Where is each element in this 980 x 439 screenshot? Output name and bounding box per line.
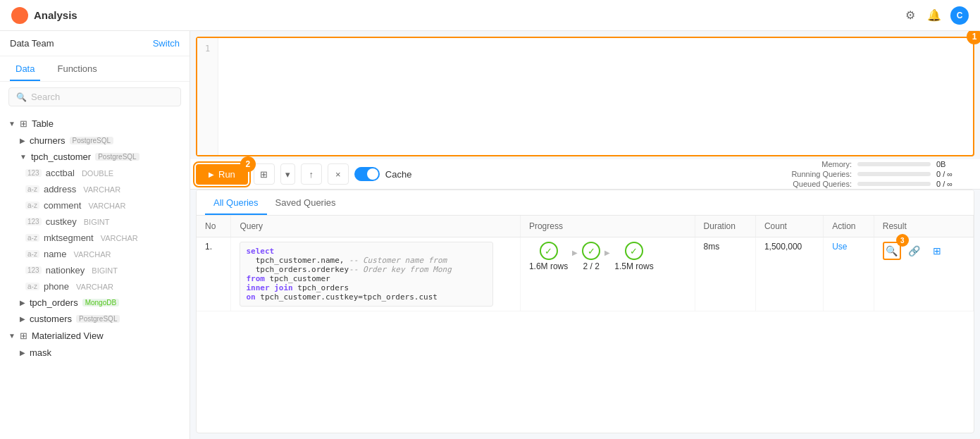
running-value: 0 / ∞ <box>936 170 972 178</box>
tree-item-mask[interactable]: ▶ mask <box>0 345 190 361</box>
field-name: comment <box>44 200 81 211</box>
tree-item-tpch-customer[interactable]: ▼ tpch_customer PostgreSQL <box>0 149 190 165</box>
field-type-icon: a-z <box>25 283 39 290</box>
editor-content[interactable] <box>197 38 973 151</box>
switch-button[interactable]: Switch <box>153 38 180 49</box>
churners-label: churners <box>30 135 66 146</box>
table-arrow-icon: ▼ <box>8 120 15 128</box>
field-type-icon: a-z <box>25 250 39 258</box>
col-query: Query <box>231 216 521 237</box>
memory-stat: Memory: 0B <box>774 160 972 168</box>
tab-data[interactable]: Data <box>10 56 40 81</box>
use-link[interactable]: Use <box>832 242 847 252</box>
field-nationkey: 123 nationkey BIGINT <box>0 262 190 278</box>
tpch-orders-label: tpch_orders <box>30 297 78 308</box>
row-count: 1,500,000 <box>755 237 823 311</box>
row-result: 🔍 3 🔗 ⊞ <box>874 237 973 311</box>
close-btn[interactable]: × <box>328 163 349 185</box>
field-dtype: BIGINT <box>92 266 118 275</box>
customers-badge: PostgreSQL <box>76 315 120 323</box>
progress-steps: ✓ 1.6M rows ▶ ✓ 2 / 2 ▶ <box>529 242 686 271</box>
mat-view-arrow-icon: ▼ <box>8 332 15 340</box>
toolbar: ▶ Run 2 ⊞ ▾ ↑ × Cache Memory: 0B <box>190 159 980 190</box>
col-count: Count <box>755 216 823 237</box>
col-progress: Progress <box>520 216 695 237</box>
col-result: Result <box>874 216 973 237</box>
editor-container: 1 1 <box>196 37 974 156</box>
toolbar-stats: Memory: 0B Running Queries: 0 / ∞ Queued… <box>774 160 972 188</box>
materialized-view-label: Materialized View <box>32 330 104 341</box>
line-numbers: 1 <box>197 38 218 155</box>
app-header: Analysis ⚙ 🔔 C <box>0 0 980 31</box>
field-acctbal: 123 acctbal DOUBLE <box>0 165 190 181</box>
field-type-icon: 123 <box>25 266 42 274</box>
cache-toggle-switch[interactable] <box>354 167 380 181</box>
main-layout: Data Team Switch Data Functions 🔍 ▼ ⊞ Ta… <box>0 31 980 439</box>
row-action[interactable]: Use <box>824 237 874 311</box>
queued-label: Queued Queries: <box>774 180 852 188</box>
dropdown-btn[interactable]: ▾ <box>280 163 295 185</box>
result-table-button[interactable]: ⊞ <box>928 242 946 260</box>
tpch-customer-label: tpch_customer <box>31 152 91 162</box>
results-tabs: All Queries Saved Queries <box>197 190 974 216</box>
download-btn[interactable]: ↑ <box>301 163 322 185</box>
step-badge-2: 2 <box>240 156 256 172</box>
progress-label-3: 1.5M rows <box>614 261 653 271</box>
result-link-button[interactable]: 🔗 <box>905 242 924 260</box>
app-title: Analysis <box>34 9 77 21</box>
materialized-view-section[interactable]: ▼ ⊞ Materialized View <box>0 327 190 345</box>
table-header-row: No Query Progress Duration Count Action … <box>197 216 974 237</box>
tree-item-churners[interactable]: ▶ churners PostgreSQL <box>0 132 190 149</box>
sql-editor[interactable]: 1 <box>196 37 974 156</box>
check-icon-2: ✓ <box>582 242 600 260</box>
queued-value: 0 / ∞ <box>936 180 972 188</box>
tpch-orders-badge: MongoDB <box>82 299 119 307</box>
table-section-label: Table <box>32 118 54 129</box>
tab-saved-queries[interactable]: Saved Queries <box>267 190 345 215</box>
field-name: mktsegment <box>44 233 94 243</box>
field-name: address <box>44 184 76 194</box>
tree-item-tpch-orders[interactable]: ▶ tpch_orders MongoDB <box>0 295 190 311</box>
field-type-icon: a-z <box>25 234 39 242</box>
queued-stat: Queued Queries: 0 / ∞ <box>774 180 972 188</box>
tab-functions[interactable]: Functions <box>51 56 102 81</box>
settings-icon[interactable]: ⚙ <box>903 8 918 23</box>
progress-step-1: ✓ 1.6M rows <box>529 242 568 271</box>
run-label: Run <box>218 169 235 180</box>
tree-item-customers[interactable]: ▶ customers PostgreSQL <box>0 311 190 327</box>
search-input[interactable] <box>31 92 173 102</box>
table-section-header[interactable]: ▼ ⊞ Table <box>0 115 190 132</box>
row-no: 1. <box>197 237 231 311</box>
field-name-label: name <box>44 249 67 259</box>
avatar[interactable]: C <box>950 6 969 25</box>
mask-label: mask <box>30 347 51 358</box>
results-table: No Query Progress Duration Count Action … <box>197 216 974 311</box>
field-dtype: VARCHAR <box>76 283 113 291</box>
team-label: Data Team <box>10 38 54 49</box>
churners-badge: PostgreSQL <box>70 137 113 144</box>
tab-all-queries[interactable]: All Queries <box>205 190 267 215</box>
field-type-icon: a-z <box>25 185 39 193</box>
field-name: acctbal <box>46 168 75 178</box>
step-badge-1: 1 <box>967 31 980 44</box>
field-dtype: VARCHAR <box>101 234 138 242</box>
team-row: Data Team Switch <box>0 31 190 56</box>
main-content: 1 1 ▶ Run 2 ⊞ ▾ ↑ × Cache <box>190 31 980 439</box>
check-icon-1: ✓ <box>540 242 558 260</box>
sidebar: Data Team Switch Data Functions 🔍 ▼ ⊞ Ta… <box>0 31 190 439</box>
format-btn[interactable]: ⊞ <box>254 163 275 185</box>
field-dtype: DOUBLE <box>82 169 113 178</box>
bell-icon[interactable]: 🔔 <box>926 8 942 23</box>
memory-value: 0B <box>936 160 972 168</box>
progress-step-3: ✓ 1.5M rows <box>614 242 653 271</box>
tpch-orders-arrow-icon: ▶ <box>20 299 25 307</box>
col-action: Action <box>824 216 874 237</box>
field-name: phone <box>44 281 69 292</box>
field-custkey: 123 custkey BIGINT <box>0 214 190 230</box>
field-type-icon: 123 <box>25 218 42 225</box>
churners-arrow-icon: ▶ <box>20 137 25 144</box>
result-action-btns: 🔍 3 🔗 ⊞ <box>883 242 965 260</box>
progress-label-2: 2 / 2 <box>583 261 600 271</box>
field-dtype: BIGINT <box>84 218 110 226</box>
search-btn-wrapper: 🔍 3 <box>883 242 901 260</box>
